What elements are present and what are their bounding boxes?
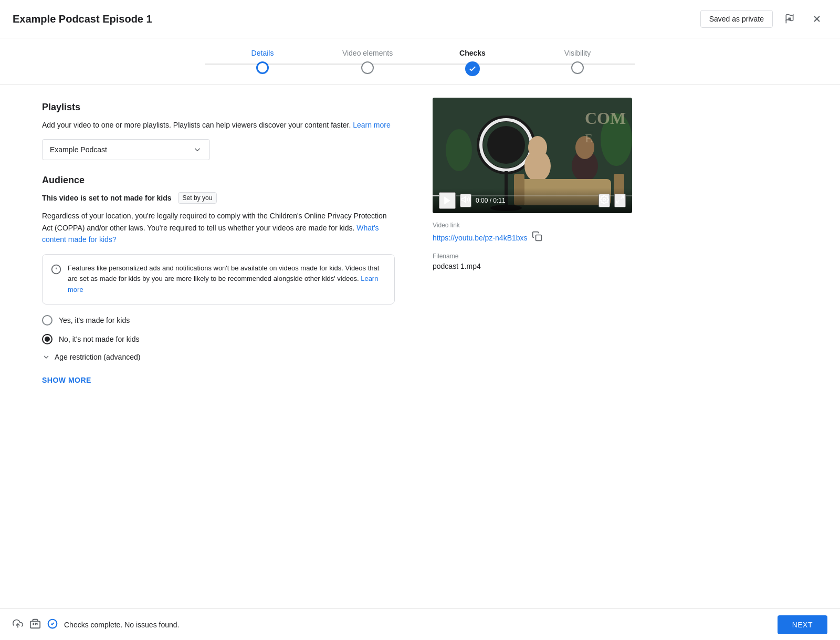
step-details[interactable]: Details bbox=[210, 49, 315, 74]
radio-made-for-kids-label: Yes, it's made for kids bbox=[59, 316, 130, 324]
info-icon bbox=[51, 264, 61, 296]
step-details-label: Details bbox=[251, 49, 274, 57]
show-more-button[interactable]: SHOW MORE bbox=[42, 376, 91, 384]
step-visibility[interactable]: Visibility bbox=[525, 49, 630, 74]
video-time: 0:00 / 0:11 bbox=[476, 197, 594, 204]
step-details-circle bbox=[256, 61, 269, 74]
dropdown-chevron-icon bbox=[193, 145, 202, 154]
svg-text:E: E bbox=[585, 131, 593, 145]
saved-as-private-button[interactable]: Saved as private bbox=[700, 10, 773, 28]
svg-rect-29 bbox=[536, 235, 541, 241]
fullscreen-icon bbox=[615, 195, 625, 204]
header-actions: Saved as private bbox=[700, 8, 827, 29]
video-link-url[interactable]: https://youtu.be/pz-n4kB1bxs bbox=[433, 234, 528, 242]
audience-badge-row: This video is set to not made for kids S… bbox=[42, 192, 395, 204]
footer-left: Checks complete. No issues found. bbox=[13, 618, 179, 632]
left-panel: Playlists Add your video to one or more … bbox=[0, 85, 420, 608]
svg-point-18 bbox=[446, 129, 472, 171]
step-video-elements[interactable]: Video elements bbox=[315, 49, 420, 74]
audience-info-box: Features like personalized ads and notif… bbox=[42, 254, 395, 305]
check-icon bbox=[468, 65, 477, 73]
set-by-you-badge: Set by you bbox=[178, 192, 217, 204]
radio-not-made-for-kids-label: No, it's not made for kids bbox=[59, 335, 140, 343]
video-link-row: https://youtu.be/pz-n4kB1bxs bbox=[433, 231, 628, 244]
video-link-label: Video link bbox=[433, 222, 628, 229]
filename-label: Filename bbox=[433, 253, 628, 260]
settings-icon bbox=[600, 195, 609, 204]
close-button[interactable] bbox=[806, 8, 827, 29]
playlist-dropdown[interactable]: Example Podcast bbox=[42, 139, 210, 160]
info-box-text: Features like personalized ads and notif… bbox=[68, 263, 386, 296]
audience-section: Audience This video is set to not made f… bbox=[42, 175, 395, 361]
step-video-elements-circle bbox=[361, 61, 374, 74]
audience-title: Audience bbox=[42, 175, 395, 186]
main-content: Playlists Add your video to one or more … bbox=[0, 85, 840, 608]
checks-complete-icon bbox=[47, 618, 58, 632]
footer-status-text: Checks complete. No issues found. bbox=[64, 621, 179, 629]
svg-point-14 bbox=[528, 136, 547, 159]
step-visibility-label: Visibility bbox=[564, 49, 591, 57]
playlists-section: Playlists Add your video to one or more … bbox=[42, 102, 395, 160]
flag-button[interactable] bbox=[779, 8, 800, 29]
filename-value: podcast 1.mp4 bbox=[433, 262, 628, 270]
step-checks-label: Checks bbox=[459, 49, 486, 57]
step-video-elements-label: Video elements bbox=[342, 49, 393, 57]
filename-section: Filename podcast 1.mp4 bbox=[433, 253, 628, 270]
step-checks-circle bbox=[465, 61, 480, 76]
audience-description: Regardless of your location, you're lega… bbox=[42, 210, 395, 245]
video-quality-icon bbox=[29, 618, 41, 632]
playlists-learn-more[interactable]: Learn more bbox=[353, 121, 391, 129]
video-settings-button[interactable] bbox=[598, 194, 610, 207]
upload-icon bbox=[13, 618, 23, 632]
header: Example Podcast Episode 1 Saved as priva… bbox=[0, 0, 840, 38]
page-title: Example Podcast Episode 1 bbox=[13, 13, 152, 25]
video-controls: 0:00 / 0:11 bbox=[433, 188, 632, 213]
svg-point-26 bbox=[603, 198, 606, 201]
age-restriction-label: Age restriction (advanced) bbox=[55, 353, 140, 361]
radio-made-for-kids-circle bbox=[42, 315, 52, 326]
right-panel: COM E bbox=[420, 85, 640, 608]
step-visibility-circle bbox=[571, 61, 584, 74]
age-restriction-chevron-icon bbox=[42, 353, 50, 361]
svg-text:COM: COM bbox=[585, 109, 626, 128]
svg-rect-1 bbox=[789, 18, 791, 20]
video-link-section: Video link https://youtu.be/pz-n4kB1bxs bbox=[433, 222, 628, 244]
playlists-desc: Add your video to one or more playlists.… bbox=[42, 119, 395, 131]
next-button[interactable]: NEXT bbox=[778, 615, 827, 634]
video-preview: COM E bbox=[433, 98, 632, 213]
audience-badge-text: This video is set to not made for kids bbox=[42, 194, 172, 202]
flag-icon bbox=[784, 14, 795, 24]
footer: Checks complete. No issues found. NEXT bbox=[0, 608, 840, 640]
playlist-selected-value: Example Podcast bbox=[50, 145, 107, 154]
svg-point-10 bbox=[487, 126, 525, 164]
svg-line-27 bbox=[621, 196, 624, 198]
copy-icon bbox=[532, 231, 542, 242]
play-button[interactable] bbox=[439, 192, 456, 209]
age-restriction-toggle[interactable]: Age restriction (advanced) bbox=[42, 353, 395, 361]
copy-link-button[interactable] bbox=[532, 231, 542, 244]
svg-line-28 bbox=[616, 201, 619, 203]
stepper: Details Video elements Checks Visibility bbox=[0, 38, 840, 85]
volume-icon bbox=[461, 195, 470, 204]
radio-not-made-for-kids[interactable]: No, it's not made for kids bbox=[42, 334, 395, 344]
radio-made-for-kids[interactable]: Yes, it's made for kids bbox=[42, 315, 395, 326]
close-icon bbox=[812, 14, 822, 24]
radio-not-made-for-kids-dot bbox=[45, 337, 50, 342]
play-icon bbox=[442, 195, 453, 206]
radio-not-made-for-kids-circle bbox=[42, 334, 52, 344]
step-checks[interactable]: Checks bbox=[420, 49, 525, 76]
svg-marker-24 bbox=[444, 197, 450, 205]
svg-marker-25 bbox=[462, 197, 466, 203]
volume-button[interactable] bbox=[460, 194, 471, 207]
svg-rect-32 bbox=[33, 623, 34, 625]
playlists-title: Playlists bbox=[42, 102, 395, 113]
fullscreen-button[interactable] bbox=[614, 194, 626, 207]
